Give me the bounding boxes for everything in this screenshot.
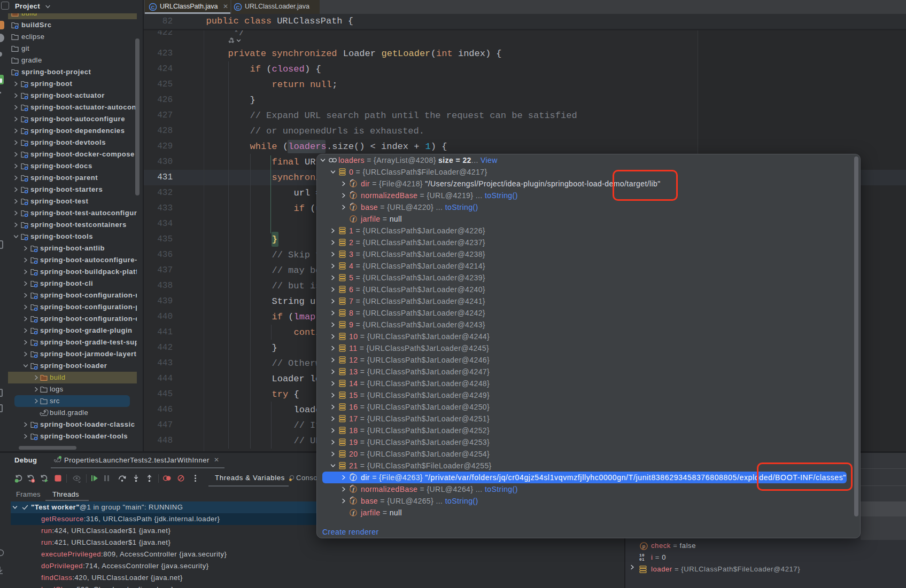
svg-text:p: p bbox=[642, 543, 646, 549]
svg-text:C: C bbox=[151, 4, 155, 10]
svg-text:f: f bbox=[353, 498, 355, 504]
svg-text:f: f bbox=[353, 216, 355, 222]
svg-text:f: f bbox=[353, 487, 355, 492]
svg-text:f: f bbox=[353, 193, 355, 199]
svg-text:f: f bbox=[353, 205, 355, 210]
svg-text:C: C bbox=[236, 4, 240, 10]
svg-text:f: f bbox=[353, 475, 355, 481]
svg-text:f: f bbox=[353, 181, 355, 187]
svg-text:f: f bbox=[353, 510, 355, 516]
